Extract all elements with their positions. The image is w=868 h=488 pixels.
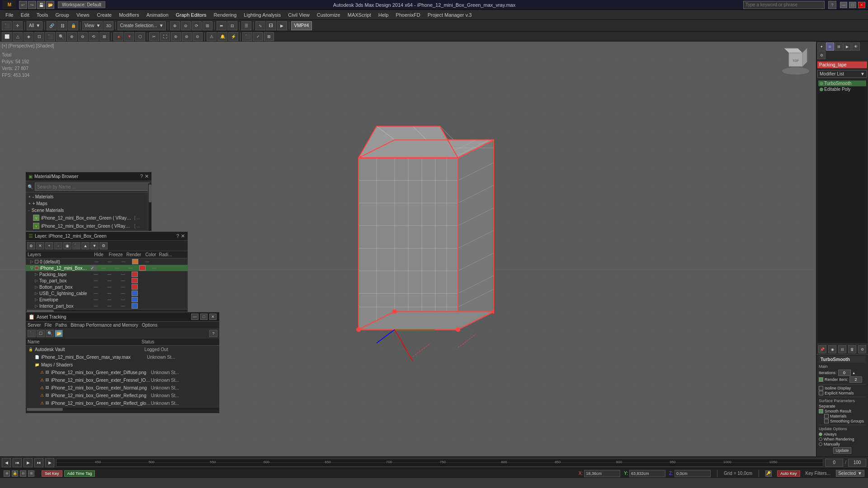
render-iters-checkbox[interactable] [819, 377, 823, 382]
expand-bottom[interactable]: ▷ [35, 285, 39, 289]
menu-help[interactable]: Help [375, 11, 392, 19]
lp-new-btn[interactable]: ⊕ [27, 242, 35, 249]
tb-align[interactable]: ⊟ [227, 21, 237, 30]
color-int[interactable] [132, 303, 138, 309]
set-key-button[interactable]: Set Key [42, 470, 62, 477]
mb-close-btn[interactable]: ✕ [145, 174, 149, 179]
ap-close-btn[interactable]: ✕ [209, 314, 217, 320]
manually-radio[interactable] [819, 442, 822, 446]
tb2-22[interactable]: ⬛ [242, 32, 252, 41]
ap-row-maps[interactable]: 📁 Maps / Shaders [26, 361, 219, 369]
tb-link[interactable]: 🔗 [47, 21, 57, 30]
tb-3d[interactable]: 3D [104, 21, 113, 30]
layer-row-interior[interactable]: ▷ Interior_part_box — — — [26, 303, 188, 309]
mp-display-icon[interactable]: 👁 [852, 42, 860, 51]
when-rendering-radio[interactable] [819, 437, 822, 441]
tl-current-frame[interactable]: 0 [825, 459, 843, 467]
show-end-result-btn[interactable]: ◉ [828, 345, 836, 353]
auto-time-tag-button[interactable]: Add Time Tag [64, 470, 95, 477]
layer-check-iphone[interactable]: ✓ [90, 266, 97, 270]
tb2-6[interactable]: 🔍 [56, 32, 66, 41]
tb2-15[interactable]: ⛶ [160, 32, 170, 41]
color-bot[interactable] [132, 284, 138, 290]
lp-props-btn[interactable]: ⚙ [99, 242, 108, 249]
tl-end-frame[interactable]: 100 [848, 459, 866, 467]
layer-row-packing[interactable]: ▷ Packing_tape — — — [26, 271, 188, 277]
render-iters-input[interactable] [849, 376, 862, 383]
color-pack[interactable] [132, 272, 138, 277]
selection-dropdown[interactable]: Selected ▼ [836, 470, 864, 477]
ap-tb2[interactable]: ☐ [37, 330, 45, 337]
menu-tools[interactable]: Tools [33, 11, 52, 19]
menu-project[interactable]: Project Manager v.3 [424, 11, 476, 19]
maximize-btn[interactable]: □ [849, 2, 856, 8]
mb-help-icon[interactable]: ? [140, 174, 143, 179]
mod-turbosimooth[interactable]: TurboSmooth [818, 80, 866, 86]
mb-search-input[interactable] [35, 183, 150, 191]
always-radio[interactable] [819, 432, 822, 436]
tb-unlink[interactable]: ⛓ [57, 21, 67, 30]
lp-add-btn[interactable]: + [45, 242, 53, 249]
lp-move-down-btn[interactable]: ▼ [90, 242, 99, 249]
vp-plus-icon[interactable]: [+] [2, 43, 7, 48]
tl-play-btn[interactable]: ▶ [24, 458, 33, 467]
tb-curve[interactable]: ∿ [255, 21, 265, 30]
lp-remove-btn[interactable]: - [54, 242, 62, 249]
expand-int[interactable]: ▷ [35, 304, 39, 308]
close-btn[interactable]: ✕ [858, 2, 865, 8]
iter-spin-up[interactable]: ▲ [852, 371, 856, 375]
tb-mirror[interactable]: ⬌ [217, 21, 226, 30]
help-btn[interactable]: ? [828, 1, 836, 9]
tb-render-setup[interactable]: 🎞 [266, 21, 276, 30]
explicit-checkbox[interactable] [819, 391, 823, 395]
workspace-dropdown[interactable]: Workspace: Default [58, 1, 105, 8]
color-usb[interactable] [132, 291, 138, 296]
mp-motion-icon[interactable]: ▶ [843, 42, 851, 51]
tb2-4[interactable]: ⊡ [34, 32, 44, 41]
menu-file[interactable]: File [2, 11, 17, 19]
isoline-checkbox[interactable] [819, 386, 823, 390]
coord-z-input[interactable] [675, 470, 711, 477]
ap-menu-bitmap[interactable]: Bitmap Performance and Memory [71, 323, 138, 328]
tb-render[interactable]: ▶ [277, 21, 287, 30]
menu-views[interactable]: Views [73, 11, 93, 19]
ap-row-vault[interactable]: 🔒 Autodesk Vault Logged Out [26, 346, 219, 353]
layer-row-usb[interactable]: ▷ USB_C_lightning_cable — — — [26, 290, 188, 296]
mb-material-1[interactable]: V iPhone_12_mini_Box_exter_Green ( VRayM… [31, 214, 151, 222]
qa-btn-2[interactable]: ↪ [28, 1, 36, 9]
menu-graph-editors[interactable]: Graph Editors [172, 11, 210, 19]
layer-row-envelope[interactable]: ▷ Envelope — — — [26, 296, 188, 303]
ap-row-maxfile[interactable]: 📄 iPhone_12_mini_Box_Green_max_vray.max … [26, 353, 219, 361]
lp-help-icon[interactable]: ? [176, 233, 179, 239]
tb2-23[interactable]: ✓ [253, 32, 263, 41]
lp-current-btn[interactable]: ⬛ [72, 242, 80, 249]
menu-edit[interactable]: Edit [17, 11, 33, 19]
menu-rendering[interactable]: Rendering [210, 11, 241, 19]
mb-scroll-thumb[interactable] [149, 184, 151, 202]
layer-color-default[interactable] [132, 259, 138, 264]
tb-snap[interactable]: ⊕ [170, 21, 180, 30]
tb2-5[interactable]: ⬛ [45, 32, 55, 41]
remove-modifier-btn[interactable]: 🗑 [848, 345, 856, 353]
expand-env[interactable]: ▷ [35, 297, 39, 302]
create-selection-dd[interactable]: Create Selection... ▼ [118, 21, 165, 30]
lp-close-btn[interactable]: ✕ [181, 233, 185, 239]
tb2-9[interactable]: ⟲ [89, 32, 99, 41]
ap-menu-server[interactable]: Server [28, 323, 41, 328]
tb-bind[interactable]: 🔒 [68, 21, 78, 30]
menu-group[interactable]: Group [52, 11, 73, 19]
ap-row-gloss[interactable]: ⚠ 🖼 iPhone_12_mini_box_Green_exter_Refle… [26, 399, 219, 407]
tb-select[interactable]: ⬛ [2, 21, 12, 30]
tb2-8[interactable]: ⊖ [78, 32, 88, 41]
ap-tb4[interactable]: 📂 [55, 330, 63, 337]
selection-filter[interactable]: All ▼ [27, 21, 42, 30]
expand-icon[interactable]: ▷ [30, 259, 35, 264]
tb-scale-snap[interactable]: ⊞ [203, 21, 212, 30]
tl-start-btn[interactable]: ⏮ [13, 458, 22, 467]
ap-minimize-btn[interactable]: — [191, 314, 198, 320]
ap-row-diffuse[interactable]: ⚠ 🖼 iPhone_12_mini_box_Green_exter_Diffu… [26, 369, 219, 376]
menu-civil[interactable]: Civil View [284, 11, 313, 19]
tb2-18[interactable]: ⊝ [193, 32, 203, 41]
make-unique-btn[interactable]: ⊟ [838, 345, 846, 353]
tb-snap2[interactable]: ⊖ [181, 21, 191, 30]
